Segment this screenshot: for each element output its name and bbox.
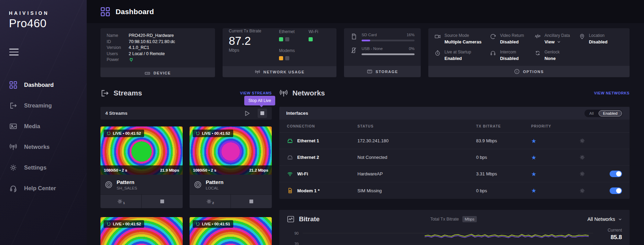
stream-stop-button[interactable] [141,195,183,208]
interface-settings-gear-icon[interactable] [579,188,585,194]
stream-settings-button[interactable]: 1 [100,195,141,208]
stream-settings-button[interactable]: 2 [190,195,230,208]
interface-enable-toggle[interactable] [610,171,622,177]
ancillary-data-dropdown[interactable]: View [545,39,570,44]
sidebar-item-settings[interactable]: Settings [0,157,87,178]
modem2-status-square [285,56,289,60]
sidebar-item-networks[interactable]: Networks [0,137,87,157]
option-label: Source Mode [444,33,482,38]
view-streams-link[interactable]: VIEW STREAMS [240,91,272,95]
interface-settings-gear-icon[interactable] [579,171,585,177]
priority-star-icon[interactable]: ★ [531,154,579,161]
brand-name: HAIVISION [9,10,87,16]
stream-card[interactable]: LIVE • 00:41:52 1080i50 • 2 s 21.2 Mbps [190,126,272,208]
usb-group: USB - None 0% [350,47,415,55]
sd-card-group: SD Card 16% [350,33,415,41]
device-card: NamePRO420-RD_Hardware ID70:98:10:61:02:… [100,28,215,77]
usb-percent: 0% [409,47,415,51]
brand: HAIVISION Pro460 [0,0,87,30]
chevron-down-icon [618,217,622,221]
sidebar-item-media[interactable]: Media [0,116,87,137]
stream-card[interactable]: LIVE • 00:41:52 1080i50 • 2 s 21.9 Mbps [100,126,183,208]
option-value: Disabled [500,56,518,61]
bitrate-subtitle-block: Total Tx Bitrate Mbps [320,216,587,222]
network-usage-footer: NETWORK USAGE [223,66,336,77]
filter-all-button[interactable]: All [585,111,598,116]
priority-star-icon[interactable]: ★ [531,137,579,144]
connection-name: Wi-Fi [297,171,308,176]
headset-icon [9,184,17,192]
stream-name-row: Pattern SH_SALES [100,175,183,194]
filter-enabled-button[interactable]: Enabled [599,110,622,116]
start-all-button[interactable] [243,110,251,117]
stream-stop-button[interactable] [230,195,272,208]
gear-icon [9,164,17,172]
stream-subtitle: LOCAL [206,186,224,190]
stream-subtitle: SH_SALES [117,186,137,190]
thumb-meta: 1080i50 • 2 s 21.9 Mbps [100,165,183,175]
dashboard-grid-icon [9,81,17,89]
stream-thumbnail: LIVE • 00:41:52 1080i50 • 2 s 21.9 Mbps [100,126,183,175]
connection-tx-bitrate: 3.31 Mbps [476,171,531,176]
interface-enable-toggle[interactable] [610,187,622,194]
live-badge: LIVE • 00:41:52 [104,220,144,228]
storage-card: SD Card 16% [344,28,421,77]
live-timer: LIVE • 00:41:51 [202,222,230,226]
ethernet-status-group: Ethernet [279,29,309,43]
bitrate-subtitle: Total Tx Bitrate [430,217,459,222]
wifi-status-group: Wi-Fi [309,29,318,43]
camera-icon [434,33,441,40]
tx-bitrate-block: Current Tx Bitrate 87.2 Mbps [229,29,279,62]
option-ancillary-data: Ancillary Data View [535,33,579,44]
device-row-label: Name [107,33,129,39]
sidebar-item-dashboard[interactable]: Dashboard [0,75,87,95]
antenna-icon [279,89,288,98]
interface-settings-gear-icon[interactable] [579,154,585,160]
stop-all-button[interactable] [258,109,267,118]
bitrate-chart-plot [303,228,593,245]
streams-icon [100,89,109,98]
sd-progress-fill [362,40,370,41]
stream-name: Pattern [117,179,137,185]
option-label: Video Return [500,33,524,38]
ethernet-connector-icon [287,138,293,144]
connection-tx-bitrate: 0 bps [476,155,531,160]
live-icon [107,222,111,226]
option-value: Enabled [444,56,471,61]
dashboard-grid-icon [100,7,110,17]
stop-all-live-tooltip: Stop All Live [244,96,275,105]
network-selector-dropdown[interactable]: All Networks [587,216,622,222]
column-priority: PRIORITY [531,124,579,128]
sd-progress-bar [362,40,415,41]
stream-card[interactable]: LIVE • 00:41:52 [100,217,183,245]
priority-star-icon[interactable]: ★ [531,171,579,177]
option-live-at-startup: Live at Startup Enabled [434,50,490,61]
connection-status: 172.30.241.180 [357,138,476,143]
options-card-footer: OPTIONS [428,66,630,77]
network-usage-title: NETWORK USAGE [264,70,305,74]
table-row-ethernet1: Ethernet 1 172.30.241.180 83.9 Mbps ★ [279,133,630,149]
interface-settings-gear-icon[interactable] [579,138,585,144]
device-row-value: 2 Local / 0 Remote [129,51,165,57]
main: Dashboard NamePRO420-RD_Hardware ID70:98… [87,0,644,245]
sidebar-item-streaming[interactable]: Streaming [0,95,87,116]
hamburger-menu-icon[interactable] [9,49,19,55]
option-source-mode: Source Mode Multiple Cameras [434,33,490,44]
sidebar-item-help-center[interactable]: Help Center [0,178,87,199]
stream-card[interactable]: LIVE • 00:41:51 [190,217,272,245]
option-label: Intercom [500,50,518,54]
option-label: Live at Startup [444,50,471,54]
interface-status-grid: Ethernet Wi-Fi Modems [279,29,318,62]
stream-actions: 2 [190,194,272,208]
connection-tx-bitrate: 83.9 Mbps [476,138,531,143]
page-title: Dashboard [116,8,154,16]
genlock-sync-icon [535,50,541,56]
view-networks-link[interactable]: VIEW NETWORKS [594,91,630,95]
sidebar-nav: Dashboard Streaming Media Networks [0,75,87,199]
gear-icon [117,198,123,204]
option-label: Location [589,33,608,38]
priority-star-icon[interactable]: ★ [531,187,579,194]
y-tick: 70 [294,242,299,245]
usb-none-icon [350,47,357,54]
current-label: Current [593,228,622,233]
